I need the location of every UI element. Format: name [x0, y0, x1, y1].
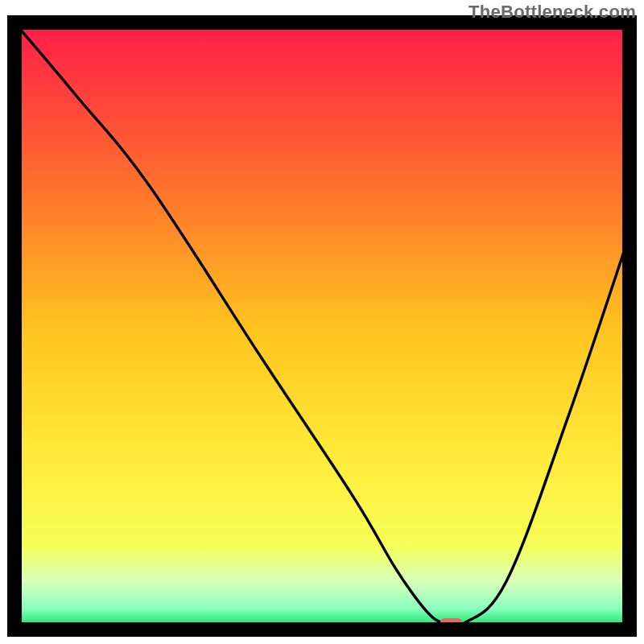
chart-frame: TheBottleneck.com [0, 0, 644, 644]
watermark-text: TheBottleneck.com [469, 2, 636, 23]
bottleneck-chart [0, 0, 644, 644]
plot-background [14, 23, 630, 630]
